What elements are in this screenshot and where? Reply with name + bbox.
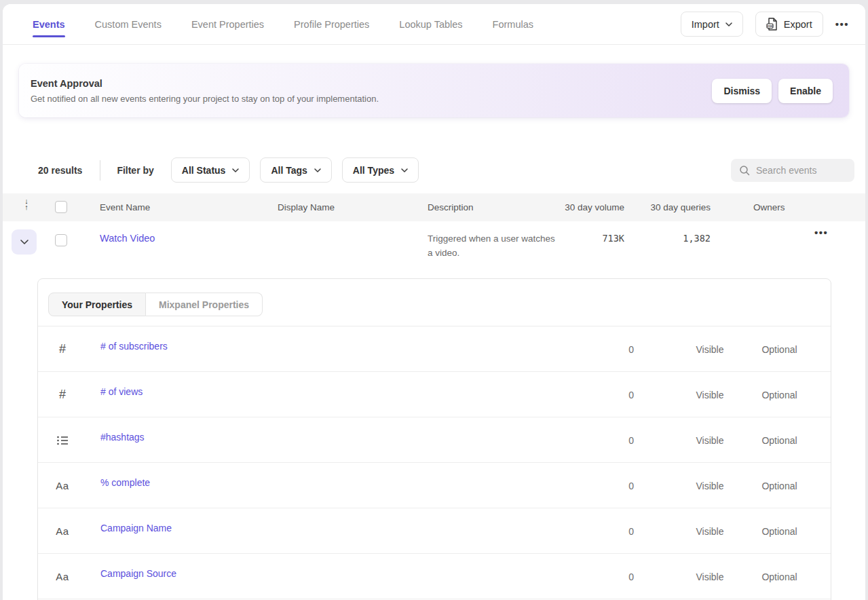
top-nav: Events Custom Events Event Properties Pr… xyxy=(3,4,865,45)
all-types-dropdown[interactable]: All Types xyxy=(342,157,419,183)
banner-description: Get notified on all new events entering … xyxy=(31,94,379,104)
nav-actions: Import csv Export ••• xyxy=(681,12,865,37)
events-table-header: ↓↑ Event Name Display Name Description 3… xyxy=(3,193,865,221)
search-events xyxy=(731,159,854,182)
banner-text: Event Approval Get notified on all new e… xyxy=(19,78,379,104)
property-status: Optional xyxy=(751,526,808,537)
column-display-name: Display Name xyxy=(278,202,335,212)
property-visibility: Visible xyxy=(683,435,737,446)
search-icon xyxy=(739,165,750,176)
row-more-button[interactable]: ••• xyxy=(814,227,828,238)
property-visibility: Visible xyxy=(683,344,737,355)
table-row-watch-video: Watch Video Triggered when a user watche… xyxy=(3,221,865,270)
tab-formulas[interactable]: Formulas xyxy=(493,4,533,44)
column-description: Description xyxy=(428,202,474,212)
chevron-down-icon xyxy=(314,168,321,172)
chevron-down-icon xyxy=(232,168,239,172)
property-visibility: Visible xyxy=(683,571,737,582)
property-volume: 0 xyxy=(581,571,634,582)
property-volume: 0 xyxy=(581,481,634,491)
tab-mixpanel-properties[interactable]: Mixpanel Properties xyxy=(146,293,263,316)
dismiss-button[interactable]: Dismiss xyxy=(712,79,772,103)
tab-your-properties[interactable]: Your Properties xyxy=(48,293,146,316)
import-label: Import xyxy=(692,19,719,30)
nav-more-button[interactable]: ••• xyxy=(835,18,849,30)
event-name-link[interactable]: Watch Video xyxy=(100,233,155,244)
filter-bar: 20 results Filter by All Status All Tags… xyxy=(38,157,429,183)
collapse-all-icon[interactable]: ↓↑ xyxy=(19,198,34,210)
tab-event-properties[interactable]: Event Properties xyxy=(191,4,264,44)
property-name-link[interactable]: # of views xyxy=(100,386,143,397)
property-visibility: Visible xyxy=(683,481,737,491)
column-30-day-queries: 30 day queries xyxy=(614,202,711,212)
banner-actions: Dismiss Enable xyxy=(712,79,849,103)
text-icon: Aa xyxy=(52,508,73,554)
property-volume: 0 xyxy=(581,344,634,355)
property-status: Optional xyxy=(751,481,808,491)
number-icon: # xyxy=(52,326,73,372)
column-event-name: Event Name xyxy=(100,202,150,212)
property-name-link[interactable]: Campaign Name xyxy=(100,523,172,533)
column-owners: Owners xyxy=(753,202,785,212)
tab-profile-properties[interactable]: Profile Properties xyxy=(294,4,369,44)
property-volume: 0 xyxy=(581,435,634,446)
results-count: 20 results xyxy=(38,165,82,176)
row-expander-button[interactable] xyxy=(12,229,37,255)
property-status: Optional xyxy=(751,344,808,355)
all-tags-dropdown[interactable]: All Tags xyxy=(260,157,331,183)
lexicon-page: Events Custom Events Event Properties Pr… xyxy=(3,4,865,600)
property-volume: 0 xyxy=(581,526,634,537)
chevron-down-icon xyxy=(725,22,732,26)
property-name-link[interactable]: Campaign Source xyxy=(100,568,176,579)
property-status: Optional xyxy=(751,571,808,582)
property-visibility: Visible xyxy=(683,390,737,400)
property-row: # # of subscribers 0 Visible Optional xyxy=(38,326,831,372)
event-approval-banner: Event Approval Get notified on all new e… xyxy=(19,64,849,117)
event-30-day-volume: 713K xyxy=(532,233,624,244)
property-name-link[interactable]: #hashtags xyxy=(100,432,145,443)
nav-tabs: Events Custom Events Event Properties Pr… xyxy=(3,4,533,44)
properties-panel: Your Properties Mixpanel Properties # # … xyxy=(37,278,831,600)
chevron-down-icon xyxy=(20,240,29,244)
property-row: Aa % complete 0 Visible Optional xyxy=(38,463,831,508)
csv-file-icon: csv xyxy=(766,18,778,31)
property-row: # # of views 0 Visible Optional xyxy=(38,372,831,417)
select-all-checkbox[interactable] xyxy=(55,201,67,213)
all-status-label: All Status xyxy=(182,165,226,176)
event-30-day-queries: 1,382 xyxy=(614,233,711,244)
filter-by-label: Filter by xyxy=(117,165,153,176)
property-status: Optional xyxy=(751,435,808,446)
tab-lookup-tables[interactable]: Lookup Tables xyxy=(399,4,462,44)
text-icon: Aa xyxy=(52,554,73,599)
all-tags-label: All Tags xyxy=(271,165,307,176)
property-row: #hashtags 0 Visible Optional xyxy=(38,417,831,463)
export-button[interactable]: csv Export xyxy=(755,12,823,37)
list-icon xyxy=(52,417,73,463)
property-name-link[interactable]: % complete xyxy=(100,477,150,488)
chevron-down-icon xyxy=(401,168,408,172)
property-status: Optional xyxy=(751,390,808,400)
tab-events[interactable]: Events xyxy=(33,4,65,44)
properties-tabs: Your Properties Mixpanel Properties xyxy=(38,279,831,326)
import-button[interactable]: Import xyxy=(681,12,743,37)
tab-custom-events[interactable]: Custom Events xyxy=(95,4,162,44)
property-row: Aa Campaign Name 0 Visible Optional xyxy=(38,508,831,554)
text-icon: Aa xyxy=(52,463,73,508)
banner-title: Event Approval xyxy=(31,78,379,89)
all-types-label: All Types xyxy=(353,165,394,176)
search-input[interactable] xyxy=(756,165,844,176)
divider xyxy=(100,160,100,181)
number-icon: # xyxy=(52,372,73,417)
enable-button[interactable]: Enable xyxy=(778,79,833,103)
property-name-link[interactable]: # of subscribers xyxy=(100,341,168,352)
export-label: Export xyxy=(784,19,812,30)
svg-text:csv: csv xyxy=(767,24,772,28)
property-visibility: Visible xyxy=(683,526,737,537)
all-status-dropdown[interactable]: All Status xyxy=(171,157,250,183)
property-volume: 0 xyxy=(581,390,634,400)
column-30-day-volume: 30 day volume xyxy=(532,202,624,212)
row-checkbox[interactable] xyxy=(55,234,67,246)
property-row: Aa Campaign Source 0 Visible Optional xyxy=(38,554,831,599)
